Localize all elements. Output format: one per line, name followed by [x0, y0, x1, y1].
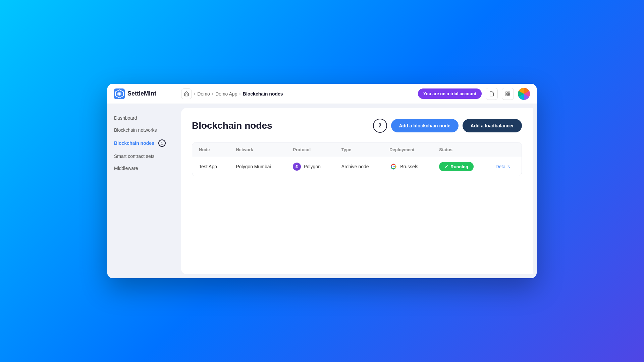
sidebar-item-dashboard[interactable]: Dashboard	[107, 112, 181, 124]
status-label: Running	[450, 164, 468, 169]
status-checkmark: ✓	[444, 164, 448, 169]
breadcrumb-sep-3: ›	[239, 91, 240, 96]
header-actions: 2 Add a blockchain node Add a loadbalanc…	[373, 119, 522, 133]
col-node: Node	[192, 142, 229, 157]
svg-rect-6	[506, 94, 507, 96]
gcp-icon	[389, 163, 397, 171]
app-window: SettleMint › Demo › Demo App › Blockchai…	[107, 84, 537, 278]
col-actions	[489, 142, 522, 157]
node-count-badge: 2	[373, 119, 387, 133]
sidebar-badge-blockchain-nodes: 1	[158, 139, 166, 147]
nodes-table-container: Node Network Protocol Type Deployment St…	[192, 142, 522, 176]
svg-rect-5	[508, 92, 510, 94]
sidebar-label-smart-contract-sets: Smart contract sets	[114, 154, 155, 159]
svg-rect-7	[508, 94, 510, 96]
nodes-table: Node Network Protocol Type Deployment St…	[192, 142, 522, 176]
top-bar: SettleMint › Demo › Demo App › Blockchai…	[107, 84, 537, 104]
avatar-image	[518, 88, 530, 100]
deployment-cell: Brussels	[389, 163, 426, 171]
main-layout: Dashboard Blockchain networks Blockchain…	[107, 104, 537, 278]
protocol-cell: Polygon	[293, 163, 328, 171]
svg-point-3	[118, 93, 120, 95]
breadcrumb-demo-app[interactable]: Demo App	[215, 91, 237, 97]
col-status: Status	[432, 142, 489, 157]
sidebar-item-blockchain-nodes[interactable]: Blockchain nodes 1	[107, 136, 181, 150]
table-row: Test App Polygon Mumbai	[192, 157, 522, 176]
details-link[interactable]: Details	[495, 164, 510, 169]
logo-icon	[114, 88, 125, 99]
status-badge: ✓ Running	[439, 162, 474, 171]
table-header-row: Node Network Protocol Type Deployment St…	[192, 142, 522, 157]
sidebar-label-blockchain-nodes: Blockchain nodes	[114, 140, 154, 146]
grid-icon-button[interactable]	[502, 88, 514, 100]
sidebar-item-smart-contract-sets[interactable]: Smart contract sets	[107, 150, 181, 162]
sidebar-item-middleware[interactable]: Middleware	[107, 162, 181, 174]
sidebar-label-dashboard: Dashboard	[114, 115, 137, 121]
col-network: Network	[229, 142, 286, 157]
node-status: ✓ Running	[432, 157, 489, 176]
app-name: SettleMint	[127, 90, 156, 97]
add-loadbalancer-button[interactable]: Add a loadbalancer	[463, 119, 522, 132]
top-bar-right: You are on a trial account	[418, 88, 530, 100]
node-actions: Details	[489, 157, 522, 176]
content-area: Blockchain nodes 2 Add a blockchain node…	[181, 108, 533, 274]
sidebar-label-blockchain-networks: Blockchain networks	[114, 127, 157, 133]
node-name: Test App	[192, 157, 229, 176]
page-title: Blockchain nodes	[192, 120, 272, 131]
node-protocol: Polygon	[286, 157, 334, 176]
sidebar-label-middleware: Middleware	[114, 166, 138, 171]
logo-area: SettleMint	[114, 88, 174, 99]
svg-rect-4	[506, 92, 507, 94]
col-type: Type	[335, 142, 383, 157]
col-deployment: Deployment	[383, 142, 432, 157]
breadcrumb-sep-1: ›	[194, 91, 195, 96]
node-type: Archive node	[335, 157, 383, 176]
col-protocol: Protocol	[286, 142, 334, 157]
home-button[interactable]	[181, 88, 192, 99]
protocol-name: Polygon	[304, 164, 321, 169]
breadcrumb-demo[interactable]: Demo	[197, 91, 210, 97]
node-network: Polygon Mumbai	[229, 157, 286, 176]
add-blockchain-node-button[interactable]: Add a blockchain node	[391, 119, 459, 132]
breadcrumb-sep-2: ›	[212, 91, 213, 96]
deployment-location: Brussels	[400, 164, 418, 169]
document-icon-button[interactable]	[486, 88, 498, 100]
trial-badge[interactable]: You are on a trial account	[418, 88, 482, 99]
content-header: Blockchain nodes 2 Add a blockchain node…	[192, 119, 522, 133]
polygon-icon	[293, 163, 301, 171]
avatar[interactable]	[518, 88, 530, 100]
sidebar: Dashboard Blockchain networks Blockchain…	[107, 104, 181, 278]
sidebar-item-blockchain-networks[interactable]: Blockchain networks	[107, 124, 181, 136]
breadcrumb: › Demo › Demo App › Blockchain nodes	[174, 88, 418, 99]
breadcrumb-current: Blockchain nodes	[243, 91, 283, 97]
node-deployment: Brussels	[383, 157, 432, 176]
